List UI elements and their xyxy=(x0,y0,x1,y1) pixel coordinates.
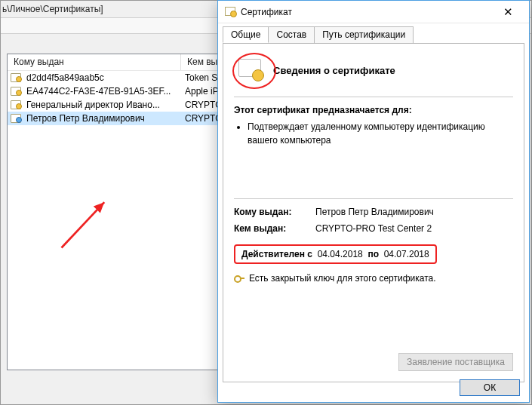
tab-body-general: Сведения о сертификате Этот сертификат п… xyxy=(223,43,524,382)
dialog-button-row: ОК xyxy=(460,379,520,396)
info-title: Сведения о сертификате xyxy=(273,65,395,76)
tab-general[interactable]: Общие xyxy=(223,26,269,43)
label-issued-by: Кем выдан: xyxy=(234,223,315,234)
purpose-list: Подтверждает удаленному компьютеру идент… xyxy=(234,120,513,147)
cell-issued-to: Петров Петр Владимирович xyxy=(23,113,182,124)
value-issued-to: Петров Петр Владимирович xyxy=(315,207,513,217)
tab-strip: Общие Состав Путь сертификации xyxy=(218,23,529,43)
value-issued-by: CRYPTO-PRO Test Center 2 xyxy=(315,223,513,234)
supplier-statement-button: Заявление поставщика xyxy=(398,353,513,371)
purpose-item: Подтверждает удаленному компьютеру идент… xyxy=(248,120,513,147)
certificate-large-icon xyxy=(237,56,266,84)
cell-issued-to: Генеральный директор Ивано... xyxy=(23,100,182,110)
field-issued-to: Кому выдан: Петров Петр Владимирович xyxy=(234,207,513,217)
valid-from-label: Действителен с xyxy=(241,249,312,259)
close-icon: ✕ xyxy=(503,5,513,19)
key-icon xyxy=(234,273,244,284)
divider xyxy=(234,97,513,97)
info-header: Сведения о сертификате xyxy=(234,51,513,94)
annotation-arrow-icon xyxy=(51,190,119,258)
valid-from-date: 04.04.2018 xyxy=(318,249,363,259)
annotation-circle-icon xyxy=(232,53,276,89)
certificate-icon xyxy=(11,87,21,96)
private-key-text: Есть закрытый ключ для этого сертификата… xyxy=(249,273,436,284)
tab-composition[interactable]: Состав xyxy=(268,26,315,43)
ok-button[interactable]: ОК xyxy=(460,379,520,396)
valid-to-label: по xyxy=(367,249,379,259)
tab-cert-path[interactable]: Путь сертификации xyxy=(314,26,414,43)
svg-marker-1 xyxy=(94,202,104,213)
cell-issued-to: d2dd4f5a849aab5c xyxy=(23,72,182,83)
valid-to-date: 04.07.2018 xyxy=(384,249,429,259)
certificate-icon xyxy=(11,114,21,123)
close-button[interactable]: ✕ xyxy=(493,2,523,23)
validity-box: Действителен с 04.04.2018 по 04.07.2018 xyxy=(234,244,437,264)
label-issued-to: Кому выдан: xyxy=(234,207,315,217)
private-key-row: Есть закрытый ключ для этого сертификата… xyxy=(234,273,513,284)
certificate-icon xyxy=(224,6,236,18)
certificate-dialog: Сертификат ✕ Общие Состав Путь сертифика… xyxy=(217,0,530,403)
column-issued-to[interactable]: Кому выдан xyxy=(8,54,181,70)
dialog-title: Сертификат xyxy=(241,7,493,17)
divider xyxy=(234,198,513,199)
breadcrumb-path: ь\Личное\Сертификаты] xyxy=(2,4,103,14)
certificate-icon xyxy=(11,100,21,109)
field-issued-by: Кем выдан: CRYPTO-PRO Test Center 2 xyxy=(234,223,513,234)
svg-line-0 xyxy=(62,202,105,247)
dialog-titlebar[interactable]: Сертификат ✕ xyxy=(218,1,529,23)
certificate-icon xyxy=(11,73,21,82)
cell-issued-to: EA4744C2-FA3E-47EB-91A5-3EF... xyxy=(23,86,182,97)
purpose-title: Этот сертификат предназначается для: xyxy=(234,105,513,115)
